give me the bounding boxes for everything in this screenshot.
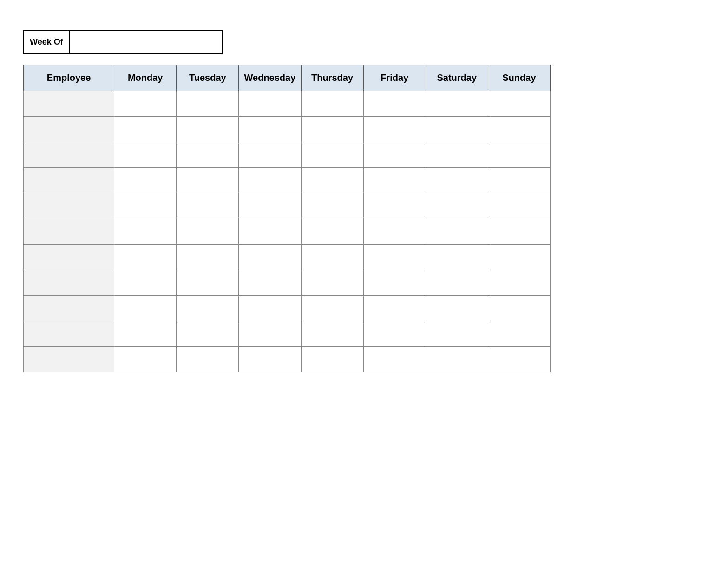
employee-cell[interactable]	[24, 117, 114, 142]
schedule-cell[interactable]	[363, 347, 426, 372]
schedule-cell[interactable]	[177, 270, 239, 296]
employee-cell[interactable]	[24, 168, 114, 193]
employee-cell[interactable]	[24, 296, 114, 321]
schedule-cell[interactable]	[488, 219, 550, 245]
schedule-cell[interactable]	[177, 91, 239, 117]
schedule-cell[interactable]	[488, 193, 550, 219]
schedule-cell[interactable]	[363, 168, 426, 193]
schedule-cell[interactable]	[488, 91, 550, 117]
schedule-cell[interactable]	[177, 117, 239, 142]
schedule-cell[interactable]	[301, 168, 363, 193]
schedule-cell[interactable]	[363, 296, 426, 321]
schedule-cell[interactable]	[114, 193, 177, 219]
table-row	[24, 270, 551, 296]
schedule-cell[interactable]	[114, 321, 177, 347]
schedule-cell[interactable]	[488, 347, 550, 372]
table-row	[24, 117, 551, 142]
schedule-cell[interactable]	[239, 270, 301, 296]
schedule-cell[interactable]	[301, 91, 363, 117]
schedule-cell[interactable]	[426, 270, 488, 296]
schedule-cell[interactable]	[114, 142, 177, 168]
schedule-cell[interactable]	[177, 321, 239, 347]
schedule-cell[interactable]	[114, 168, 177, 193]
schedule-cell[interactable]	[426, 245, 488, 270]
employee-cell[interactable]	[24, 270, 114, 296]
employee-cell[interactable]	[24, 245, 114, 270]
employee-cell[interactable]	[24, 219, 114, 245]
schedule-cell[interactable]	[363, 193, 426, 219]
schedule-cell[interactable]	[177, 245, 239, 270]
employee-cell[interactable]	[24, 347, 114, 372]
day-header-saturday: Saturday	[426, 65, 488, 91]
schedule-cell[interactable]	[114, 347, 177, 372]
schedule-cell[interactable]	[239, 245, 301, 270]
schedule-cell[interactable]	[239, 142, 301, 168]
schedule-cell[interactable]	[114, 91, 177, 117]
schedule-cell[interactable]	[301, 219, 363, 245]
schedule-cell[interactable]	[426, 321, 488, 347]
table-row	[24, 142, 551, 168]
schedule-cell[interactable]	[301, 193, 363, 219]
schedule-cell[interactable]	[177, 347, 239, 372]
schedule-cell[interactable]	[239, 347, 301, 372]
schedule-cell[interactable]	[239, 296, 301, 321]
employee-cell[interactable]	[24, 142, 114, 168]
schedule-cell[interactable]	[363, 245, 426, 270]
schedule-cell[interactable]	[363, 142, 426, 168]
schedule-cell[interactable]	[114, 296, 177, 321]
schedule-cell[interactable]	[488, 117, 550, 142]
day-header-tuesday: Tuesday	[177, 65, 239, 91]
employee-cell[interactable]	[24, 91, 114, 117]
schedule-cell[interactable]	[301, 321, 363, 347]
schedule-cell[interactable]	[301, 347, 363, 372]
table-row	[24, 168, 551, 193]
schedule-cell[interactable]	[239, 91, 301, 117]
table-row	[24, 347, 551, 372]
schedule-cell[interactable]	[363, 117, 426, 142]
schedule-cell[interactable]	[301, 142, 363, 168]
schedule-cell[interactable]	[363, 219, 426, 245]
employee-cell[interactable]	[24, 193, 114, 219]
schedule-cell[interactable]	[177, 142, 239, 168]
schedule-cell[interactable]	[488, 168, 550, 193]
schedule-cell[interactable]	[239, 193, 301, 219]
schedule-cell[interactable]	[488, 142, 550, 168]
week-of-container: Week Of	[23, 30, 705, 54]
schedule-cell[interactable]	[239, 168, 301, 193]
week-of-input[interactable]	[70, 30, 223, 54]
schedule-cell[interactable]	[426, 168, 488, 193]
schedule-cell[interactable]	[488, 245, 550, 270]
schedule-cell[interactable]	[301, 270, 363, 296]
schedule-cell[interactable]	[363, 270, 426, 296]
schedule-cell[interactable]	[363, 321, 426, 347]
schedule-cell[interactable]	[301, 296, 363, 321]
schedule-cell[interactable]	[177, 296, 239, 321]
schedule-cell[interactable]	[239, 219, 301, 245]
schedule-cell[interactable]	[239, 321, 301, 347]
schedule-cell[interactable]	[426, 142, 488, 168]
schedule-cell[interactable]	[426, 219, 488, 245]
table-row	[24, 193, 551, 219]
schedule-cell[interactable]	[426, 193, 488, 219]
schedule-cell[interactable]	[114, 117, 177, 142]
schedule-cell[interactable]	[426, 91, 488, 117]
schedule-cell[interactable]	[239, 117, 301, 142]
schedule-cell[interactable]	[114, 219, 177, 245]
table-row	[24, 219, 551, 245]
schedule-cell[interactable]	[426, 296, 488, 321]
schedule-cell[interactable]	[426, 117, 488, 142]
schedule-cell[interactable]	[177, 219, 239, 245]
schedule-cell[interactable]	[114, 245, 177, 270]
schedule-cell[interactable]	[488, 296, 550, 321]
schedule-cell[interactable]	[301, 245, 363, 270]
schedule-cell[interactable]	[426, 347, 488, 372]
schedule-cell[interactable]	[488, 270, 550, 296]
schedule-cell[interactable]	[488, 321, 550, 347]
schedule-cell[interactable]	[177, 168, 239, 193]
employee-cell[interactable]	[24, 321, 114, 347]
schedule-cell[interactable]	[301, 117, 363, 142]
schedule-cell[interactable]	[114, 270, 177, 296]
table-row	[24, 296, 551, 321]
schedule-cell[interactable]	[177, 193, 239, 219]
schedule-cell[interactable]	[363, 91, 426, 117]
